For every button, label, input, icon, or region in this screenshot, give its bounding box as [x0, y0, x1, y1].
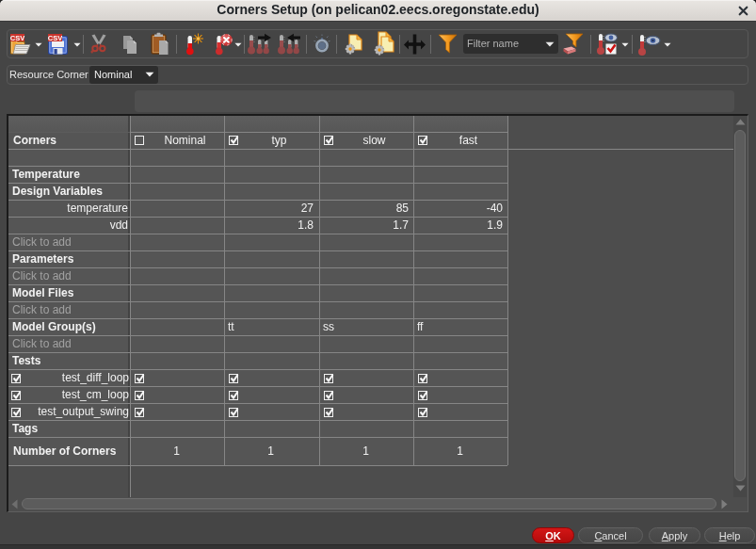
svg-text:CSV: CSV: [10, 34, 24, 42]
svg-text:CSV: CSV: [48, 34, 62, 42]
